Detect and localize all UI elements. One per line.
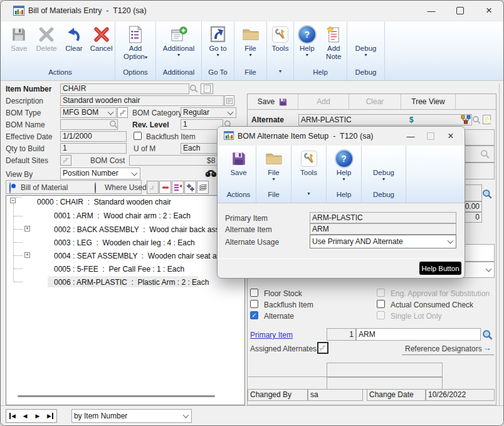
tree-hscrollbar[interactable] [18, 395, 215, 397]
add-note-button[interactable]: Add Note [321, 24, 347, 61]
tree-item-selected[interactable]: 0006 : ARM-PLASTIC : Plastic Arm : 2 : E… [54, 278, 209, 287]
bom-name-lookup-icon[interactable] [109, 120, 118, 129]
description-expand-button[interactable] [224, 95, 234, 106]
sort-by-dropdown[interactable]: by Item Number [71, 409, 192, 423]
assigned-alternates-expand-button[interactable] [317, 342, 328, 354]
nav-last-button[interactable]: ▶ [44, 410, 56, 422]
chevron-down-icon: ▾ [342, 177, 345, 182]
backflush-item-checkbox2[interactable] [250, 300, 258, 308]
bom-type-dropdown[interactable]: MFG BOM [60, 107, 117, 118]
group-label-debug: Debug [347, 68, 384, 80]
go-to-button[interactable]: Go to ▾ [202, 24, 234, 58]
backflush-item-checkbox[interactable] [134, 132, 142, 140]
panel-tree-view-button[interactable]: Tree View [401, 94, 456, 109]
dialog-debug-button[interactable]: Debug ▾ [362, 148, 406, 182]
backflush-item-label2: Backflush Item [264, 301, 313, 309]
nav-next-button[interactable]: ▶ [31, 410, 44, 422]
tree-item[interactable]: 0005 : 5-FEE : Per Call Fee : 1 : Each [54, 265, 184, 274]
bill-of-material-radio[interactable] [9, 182, 11, 194]
dialog-tools-button[interactable]: Tools [291, 148, 326, 177]
nav-first-button[interactable]: ◀ [6, 410, 19, 422]
dialog-file-button[interactable]: File ▾ [256, 148, 291, 182]
tree-item[interactable]: 0000 : CHAIR : Standard wooden chair [37, 198, 171, 206]
tree-tool-remove-button[interactable] [159, 181, 171, 194]
file-button[interactable]: File ▾ [234, 24, 266, 58]
dialog-close-button[interactable]: × [441, 127, 461, 146]
tree-item[interactable]: 0003 : LEG : Wooden chair leg : 4 : Each [54, 238, 195, 247]
nav-previous-button[interactable]: ◀ [19, 410, 31, 422]
tree-tool-layers-button[interactable] [197, 181, 209, 194]
tools-button[interactable]: Tools [267, 24, 293, 53]
save-button[interactable]: Save [6, 24, 33, 53]
maximize-button[interactable] [446, 1, 475, 21]
reference-designators-label[interactable]: Reference Designators [405, 344, 482, 353]
qty-to-build-field[interactable]: 1 [60, 143, 127, 154]
save-icon [231, 148, 247, 169]
find-binoculars-icon[interactable] [205, 169, 217, 178]
primary-item-seq-field[interactable]: 1 [327, 328, 356, 341]
tree-tool-indent-button[interactable] [147, 181, 159, 194]
bg-lookup-blue-icon[interactable] [482, 189, 493, 200]
effective-date-field[interactable]: 1/1/2000 [60, 131, 127, 142]
tree-expander-collapse[interactable]: − [10, 198, 16, 203]
additional-button[interactable]: Additional ▾ [156, 24, 201, 58]
tree-item[interactable]: 0002 : BACK ASSEMBLY : Wood chair back a… [54, 225, 229, 234]
help-button[interactable]: ? Help ▾ [294, 24, 320, 58]
cancel-icon [93, 24, 110, 45]
group-label-goto: Go To [202, 68, 234, 80]
where-used-radio[interactable] [95, 182, 96, 194]
panel-clear-button[interactable]: Clear [349, 94, 401, 109]
bom-name-label: BOM Name [6, 120, 45, 129]
floor-stock-checkbox[interactable] [250, 289, 258, 297]
bom-type-expand-button[interactable] [117, 107, 128, 118]
primary-item-lookup-icon[interactable] [482, 329, 493, 341]
primary-item-link[interactable]: Primary Item [250, 331, 293, 339]
item-number-lookup-icon[interactable] [189, 84, 199, 93]
add-option-button[interactable]: Add Option▾ [115, 24, 155, 61]
hierarchy-icon[interactable] [461, 115, 471, 125]
item-number-note-button[interactable] [201, 83, 213, 94]
dialog-alternate-usage-dropdown[interactable]: Use Primary AND Alternate [310, 235, 456, 248]
ribbon-group-tools: Tools ▾ [267, 21, 294, 80]
alternate-field[interactable]: ARM-PLASTIC [298, 114, 472, 125]
dialog-minimize-button[interactable]: — [401, 127, 421, 146]
ribbon-group-goto: Go to ▾ Go To [202, 21, 234, 80]
dollar-icon[interactable]: $ [409, 115, 414, 124]
panel-save-button[interactable]: Save [248, 94, 298, 109]
panel-add-button[interactable]: Add [298, 94, 349, 109]
primary-item-field[interactable]: ARM [356, 328, 481, 341]
item-number-field[interactable]: CHAIR [60, 83, 189, 94]
dialog-ribbon: Save Actions File ▾ File Tools [218, 146, 465, 203]
minimize-button[interactable]: — [417, 1, 446, 21]
view-by-label: View By [6, 170, 33, 179]
chevron-down-icon: ▾ [306, 53, 308, 58]
actual-consumed-checkbox[interactable] [377, 300, 385, 308]
dialog-alternate-usage-label: Alternate Usage [225, 238, 279, 247]
tree-item[interactable]: 0004 : SEAT ASSEMBLY : Wooden chair seat… [54, 252, 234, 260]
delete-button[interactable]: Delete [33, 24, 60, 53]
cancel-button[interactable]: Cancel [88, 24, 115, 53]
dialog-group-help: ? Help ▾ Help [327, 146, 362, 203]
dialog-group-label-file: File [256, 191, 291, 203]
tree-expander-expand[interactable]: + [24, 226, 30, 232]
description-field[interactable]: Standard wooden chair [60, 95, 224, 106]
tree-expander-expand[interactable]: + [24, 252, 30, 258]
dialog-help-tooltip-button[interactable]: Help Button [419, 262, 461, 275]
clear-button[interactable]: Clear [61, 24, 88, 53]
view-by-dropdown[interactable]: Position Number [60, 168, 140, 179]
alternate-lookup-icon[interactable] [472, 115, 481, 125]
dialog-save-button[interactable]: Save [221, 148, 256, 177]
tree-tool-list-button[interactable] [172, 181, 184, 194]
debug-button[interactable]: Debug ▾ [347, 24, 384, 58]
bom-category-dropdown[interactable]: Regular [181, 107, 236, 118]
default-sites-expand-button[interactable] [60, 155, 71, 166]
tree-item[interactable]: 0001 : ARM : Wood chair arm : 2 : Each [54, 211, 191, 220]
note-icon[interactable] [483, 115, 491, 124]
changed-by-value: sa [308, 389, 363, 401]
alternate-checkbox[interactable]: ✓ [250, 311, 258, 319]
reference-designators-arrow-icon[interactable]: → [483, 343, 491, 353]
tree-tool-expand-all-button[interactable] [184, 181, 196, 194]
dialog-help-button[interactable]: ? Help ▾ [327, 148, 361, 182]
dialog-controls: — × [401, 127, 461, 146]
close-button[interactable]: × [475, 1, 503, 21]
